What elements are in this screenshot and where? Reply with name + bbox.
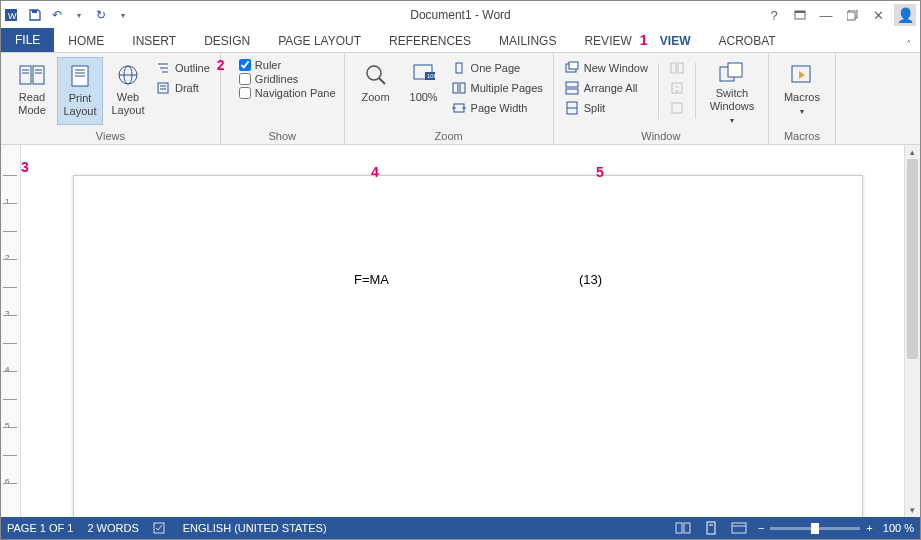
arrange-all-button[interactable]: Arrange All	[562, 79, 650, 97]
close-icon[interactable]: ✕	[868, 5, 888, 25]
svg-rect-40	[566, 89, 578, 94]
outline-button[interactable]: Outline	[153, 59, 212, 77]
group-views: Read Mode Print Layout Web Layout Outlin…	[1, 53, 221, 144]
zoom-slider[interactable]: − +	[758, 522, 873, 534]
reset-window-icon	[669, 100, 685, 116]
navigation-checkbox-input[interactable]	[239, 87, 251, 99]
zoom-button[interactable]: Zoom	[353, 57, 399, 125]
split-button[interactable]: Split	[562, 99, 650, 117]
ruler-checkbox[interactable]: Ruler	[239, 59, 336, 71]
vertical-scrollbar[interactable]: ▴ ▾	[904, 145, 920, 517]
document-area[interactable]: F=MA (13)	[21, 145, 904, 517]
group-macros: Macros▾ Macros	[769, 53, 836, 144]
read-mode-label: Read Mode	[15, 91, 49, 117]
tab-page-layout[interactable]: PAGE LAYOUT	[264, 30, 375, 52]
group-views-label: Views	[9, 130, 212, 144]
tab-mailings[interactable]: MAILINGS	[485, 30, 570, 52]
web-layout-label: Web Layout	[111, 91, 145, 117]
arrange-all-icon	[564, 80, 580, 96]
vruler-number: 5	[5, 421, 9, 430]
ribbon-display-icon[interactable]	[790, 5, 810, 25]
group-window-label: Window	[562, 130, 760, 144]
print-layout-button[interactable]: Print Layout	[57, 57, 103, 125]
zoom-knob[interactable]	[811, 523, 819, 534]
svg-text:100: 100	[427, 73, 437, 79]
svg-rect-23	[158, 83, 168, 93]
tab-home[interactable]: HOME	[54, 30, 118, 52]
scroll-up-icon[interactable]: ▴	[905, 145, 920, 159]
multiple-pages-icon	[451, 80, 467, 96]
ribbon-tabs: FILE HOME INSERT DESIGN PAGE LAYOUT REFE…	[1, 29, 920, 53]
tab-acrobat[interactable]: ACROBAT	[704, 30, 789, 52]
minimize-icon[interactable]: —	[816, 5, 836, 25]
scroll-down-icon[interactable]: ▾	[905, 503, 920, 517]
qat-customize-icon[interactable]: ▾	[115, 7, 131, 23]
zoom-100-button[interactable]: 100 100%	[401, 57, 447, 125]
svg-rect-53	[684, 523, 690, 533]
svg-rect-52	[676, 523, 682, 533]
svg-rect-48	[728, 63, 742, 77]
read-mode-button[interactable]: Read Mode	[9, 57, 55, 125]
redo-icon[interactable]: ↻	[93, 7, 109, 23]
status-proofing-icon[interactable]	[153, 521, 169, 535]
word-app-icon: W	[5, 7, 21, 23]
svg-rect-46	[672, 103, 682, 113]
user-avatar-icon[interactable]: 👤	[894, 4, 916, 26]
status-web-layout-icon[interactable]	[730, 520, 748, 536]
zoom-label: Zoom	[362, 91, 390, 104]
zoom-percent[interactable]: 100 %	[883, 522, 914, 534]
scroll-thumb[interactable]	[907, 159, 918, 359]
tab-insert[interactable]: INSERT	[118, 30, 190, 52]
draft-button[interactable]: Draft	[153, 79, 212, 97]
gridlines-checkbox-input[interactable]	[239, 73, 251, 85]
equation-text[interactable]: F=MA	[354, 272, 389, 287]
zoom-out-button[interactable]: −	[758, 522, 764, 534]
zoom-track[interactable]	[770, 527, 860, 530]
read-mode-icon	[18, 61, 46, 89]
save-icon[interactable]	[27, 7, 43, 23]
status-page[interactable]: PAGE 1 OF 1	[7, 522, 73, 534]
status-print-layout-icon[interactable]	[702, 520, 720, 536]
ruler-checkbox-input[interactable]	[239, 59, 251, 71]
tab-design[interactable]: DESIGN	[190, 30, 264, 52]
group-zoom-label: Zoom	[353, 130, 545, 144]
sync-scroll-button	[667, 79, 687, 97]
page[interactable]: F=MA (13)	[73, 175, 863, 517]
help-icon[interactable]: ?	[764, 5, 784, 25]
gridlines-checkbox[interactable]: Gridlines	[239, 73, 336, 85]
svg-marker-50	[799, 71, 805, 79]
page-width-button[interactable]: Page Width	[449, 99, 545, 117]
collapse-ribbon-icon[interactable]: ˄	[898, 39, 920, 52]
status-words[interactable]: 2 WORDS	[87, 522, 138, 534]
new-window-button[interactable]: New Window	[562, 59, 650, 77]
tab-view[interactable]: 1 VIEW	[646, 30, 705, 52]
tab-file[interactable]: FILE	[1, 28, 54, 52]
zoom-100-label: 100%	[410, 91, 438, 104]
web-layout-button[interactable]: Web Layout	[105, 57, 151, 125]
equation-number[interactable]: (13)	[579, 272, 602, 287]
vertical-ruler[interactable]: 123456	[1, 145, 21, 517]
switch-windows-button[interactable]: Switch Windows ▾	[704, 57, 760, 125]
reset-window-button	[667, 99, 687, 117]
svg-line-27	[379, 78, 385, 84]
svg-rect-6	[847, 12, 855, 20]
multiple-pages-button[interactable]: Multiple Pages	[449, 79, 545, 97]
status-language[interactable]: ENGLISH (UNITED STATES)	[183, 522, 327, 534]
undo-icon[interactable]: ↶	[49, 7, 65, 23]
svg-rect-38	[569, 62, 578, 69]
undo-dropdown-icon[interactable]: ▾	[71, 7, 87, 23]
page-content[interactable]: F=MA (13)	[354, 272, 389, 287]
macros-button[interactable]: Macros▾	[777, 57, 827, 125]
svg-rect-31	[456, 63, 462, 73]
switch-windows-icon	[718, 61, 746, 85]
one-page-button[interactable]: One Page	[449, 59, 545, 77]
zoom-in-button[interactable]: +	[866, 522, 872, 534]
status-read-mode-icon[interactable]	[674, 520, 692, 536]
vruler-number: 3	[5, 309, 9, 318]
tab-references[interactable]: REFERENCES	[375, 30, 485, 52]
navigation-pane-checkbox[interactable]: Navigation Pane	[239, 87, 336, 99]
tab-review[interactable]: REVIEW	[570, 30, 645, 52]
restore-icon[interactable]	[842, 5, 862, 25]
group-window: New Window Arrange All Split Switch Wind…	[554, 53, 769, 144]
macros-label: Macros▾	[784, 91, 820, 117]
